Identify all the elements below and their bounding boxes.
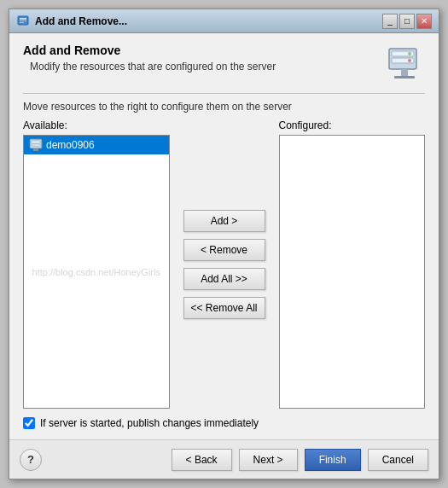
- publish-checkbox[interactable]: [23, 417, 35, 429]
- list-item-text: demo0906: [46, 139, 95, 151]
- server-icon: [384, 44, 425, 84]
- checkbox-row: If server is started, publish changes im…: [23, 417, 425, 429]
- svg-rect-13: [32, 144, 40, 146]
- header-title: Add and Remove: [23, 44, 377, 57]
- svg-point-10: [408, 59, 411, 62]
- configured-panel: Configured:: [279, 119, 426, 409]
- window-title: Add and Remove...: [35, 15, 382, 27]
- remove-button[interactable]: < Remove: [183, 239, 265, 261]
- list-item[interactable]: demo0906: [24, 136, 169, 154]
- window-icon: [16, 15, 30, 28]
- add-all-button[interactable]: Add All >>: [183, 268, 265, 290]
- header-subtitle: Modify the resources that are configured…: [30, 61, 377, 73]
- available-panel: Available: demo0906 http://blog.csdn.net…: [23, 119, 170, 409]
- svg-rect-7: [401, 69, 408, 76]
- instruction-text: Move resources to the right to configure…: [23, 101, 425, 113]
- header-section: Add and Remove Modify the resources that…: [23, 44, 425, 84]
- configured-label: Configured:: [279, 119, 426, 131]
- title-bar-buttons: _ □ ✕: [382, 14, 432, 29]
- close-button[interactable]: ✕: [416, 14, 432, 29]
- next-button[interactable]: Next >: [239, 449, 298, 471]
- minimize-button[interactable]: _: [382, 14, 398, 29]
- footer-buttons: < Back Next > Finish Cancel: [172, 449, 428, 471]
- help-button[interactable]: ?: [20, 449, 42, 471]
- title-bar: Add and Remove... _ □ ✕: [9, 9, 439, 33]
- svg-rect-3: [20, 22, 24, 23]
- back-button[interactable]: < Back: [172, 449, 232, 471]
- add-button[interactable]: Add >: [183, 210, 265, 232]
- svg-point-9: [408, 52, 411, 55]
- panels-container: Available: demo0906 http://blog.csdn.net…: [23, 119, 425, 409]
- configured-list[interactable]: [279, 135, 426, 409]
- svg-rect-14: [33, 148, 38, 151]
- available-list[interactable]: demo0906 http://blog.csdn.net/HoneyGirls: [23, 135, 170, 409]
- resource-icon: [29, 138, 43, 152]
- footer-left: ?: [20, 449, 42, 471]
- restore-button[interactable]: □: [399, 14, 415, 29]
- finish-button[interactable]: Finish: [305, 449, 361, 471]
- available-label: Available:: [23, 119, 170, 131]
- svg-rect-2: [20, 20, 26, 21]
- svg-rect-1: [20, 18, 26, 20]
- footer: ? < Back Next > Finish Cancel: [9, 439, 439, 479]
- middle-buttons: Add > < Remove Add All >> << Remove All: [170, 119, 279, 409]
- divider: [23, 93, 425, 94]
- cancel-button[interactable]: Cancel: [368, 449, 428, 471]
- remove-all-button[interactable]: << Remove All: [183, 297, 265, 319]
- header-text: Add and Remove Modify the resources that…: [23, 44, 377, 73]
- svg-rect-12: [32, 141, 40, 143]
- watermark: http://blog.csdn.net/HoneyGirls: [32, 267, 160, 277]
- svg-rect-8: [394, 76, 415, 78]
- main-window: Add and Remove... _ □ ✕ Add and Remove M…: [9, 9, 439, 479]
- svg-rect-11: [30, 139, 42, 148]
- publish-checkbox-label[interactable]: If server is started, publish changes im…: [40, 417, 259, 429]
- content-area: Add and Remove Modify the resources that…: [9, 33, 439, 439]
